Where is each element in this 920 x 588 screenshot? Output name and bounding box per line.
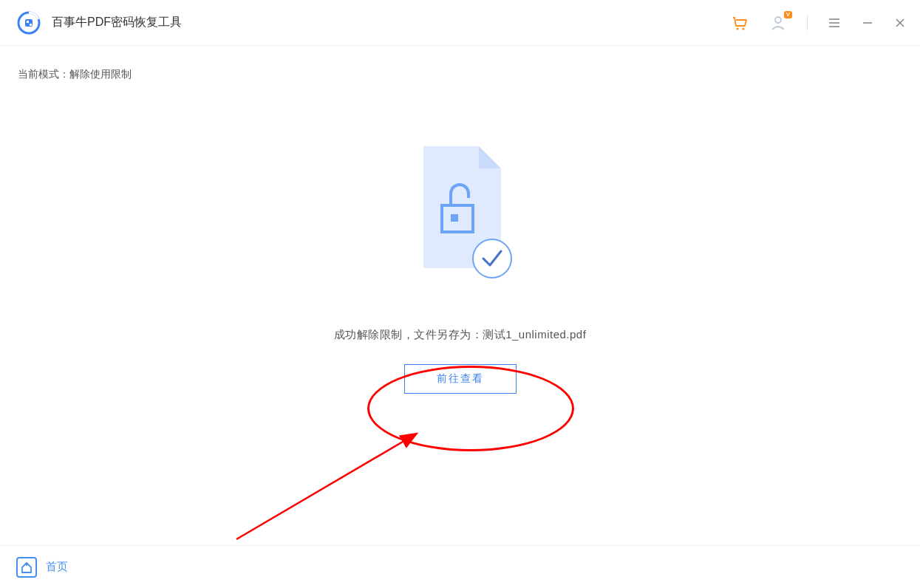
svg-point-5 <box>742 27 744 30</box>
app-logo-icon <box>16 10 41 35</box>
unlocked-file-illustration-icon <box>398 139 523 287</box>
home-icon[interactable] <box>16 557 37 578</box>
divider <box>807 16 808 30</box>
close-icon[interactable] <box>893 16 907 30</box>
view-file-button[interactable]: 前往查看 <box>404 364 517 394</box>
svg-rect-14 <box>451 214 458 222</box>
home-link[interactable]: 首页 <box>46 560 68 574</box>
user-account-icon[interactable]: V <box>769 13 788 33</box>
svg-rect-2 <box>27 21 29 23</box>
svg-point-4 <box>736 27 738 30</box>
mode-indicator: 当前模式：解除使用限制 <box>0 46 920 81</box>
saved-filename: 测试1_unlimited.pdf <box>483 328 586 341</box>
cart-icon[interactable] <box>730 13 749 33</box>
menu-icon[interactable] <box>827 16 842 30</box>
header-bar: 百事牛PDF密码恢复工具 V <box>0 0 920 46</box>
mode-label: 当前模式： <box>18 68 69 80</box>
svg-point-6 <box>775 17 781 23</box>
main-content: 成功解除限制，文件另存为：测试1_unlimited.pdf 前往查看 <box>0 81 920 394</box>
svg-point-15 <box>473 239 511 278</box>
header-left: 百事牛PDF密码恢复工具 <box>16 10 182 35</box>
minimize-icon[interactable] <box>861 16 874 30</box>
success-text: 成功解除限制，文件另存为： <box>334 328 483 341</box>
header-right: V <box>730 13 907 33</box>
success-message: 成功解除限制，文件另存为：测试1_unlimited.pdf <box>334 328 587 342</box>
app-title: 百事牛PDF密码恢复工具 <box>52 15 182 30</box>
footer-bar: 首页 <box>0 545 920 588</box>
mode-value: 解除使用限制 <box>69 68 132 80</box>
svg-line-16 <box>236 434 415 539</box>
svg-rect-3 <box>30 24 32 26</box>
vip-badge-icon: V <box>784 11 792 18</box>
annotation-arrow-icon <box>229 421 436 547</box>
